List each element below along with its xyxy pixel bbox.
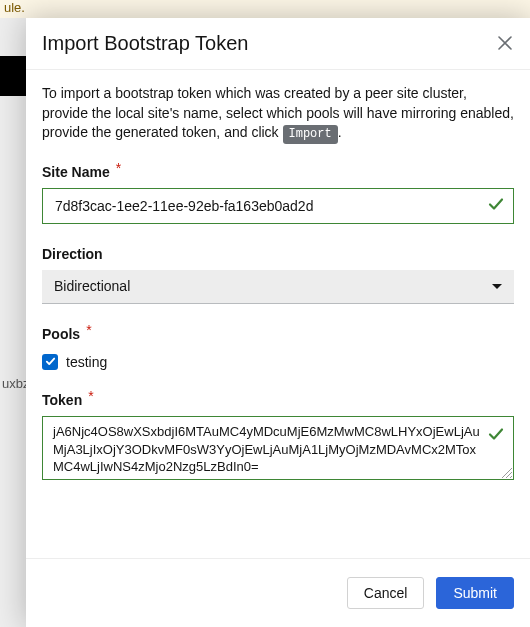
intro-text: To import a bootstrap token which was cr… [42,84,514,144]
required-asterisk: * [116,160,121,176]
required-asterisk: * [86,322,91,338]
token-label: Token [42,392,82,408]
modal-footer: Cancel Submit [26,559,530,627]
background-banner: ule. [0,0,530,18]
pool-option-label: testing [66,354,107,370]
required-asterisk: * [88,388,93,404]
direction-value: Bidirectional [54,278,130,294]
intro-text-post: . [338,124,342,140]
site-name-input[interactable] [42,188,514,224]
token-field: Token* [42,392,514,483]
cancel-button[interactable]: Cancel [347,577,425,609]
pool-checkbox[interactable] [42,354,58,370]
site-name-label: Site Name [42,164,110,180]
pools-label: Pools [42,326,80,342]
modal-body: To import a bootstrap token which was cr… [26,69,530,559]
chevron-down-icon [492,284,502,289]
modal-title: Import Bootstrap Token [42,32,248,55]
site-name-field: Site Name* [42,164,514,224]
close-icon[interactable] [496,33,514,55]
pool-option: testing [42,354,514,370]
direction-field: Direction Bidirectional [42,246,514,304]
token-textarea[interactable] [42,416,514,480]
import-bootstrap-token-modal: Import Bootstrap Token To import a boots… [26,18,530,627]
intro-text-pre: To import a bootstrap token which was cr… [42,85,514,140]
direction-select[interactable]: Bidirectional [42,270,514,304]
pools-field: Pools* testing [42,326,514,370]
submit-button[interactable]: Submit [436,577,514,609]
direction-label: Direction [42,246,103,262]
import-chip: Import [283,125,338,144]
modal-header: Import Bootstrap Token [26,18,530,69]
